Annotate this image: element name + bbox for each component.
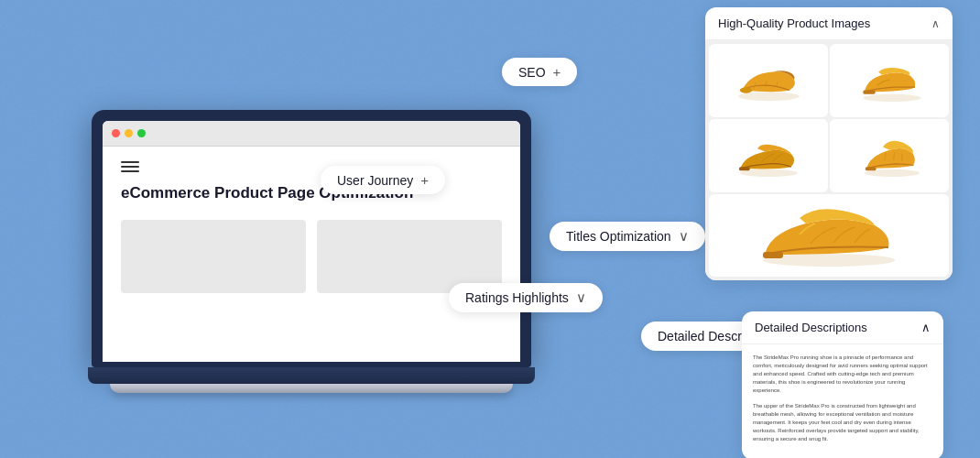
desc-card-title: Detailed Descriptions bbox=[755, 321, 867, 334]
hamburger-icon[interactable] bbox=[121, 161, 139, 172]
ratings-chevron-down-icon bbox=[576, 289, 586, 306]
product-card-title: High-Quality Product Images bbox=[718, 16, 870, 30]
browser-window: eCommerce Product Page Optimization bbox=[103, 121, 520, 362]
desc-card-chevron-up-icon[interactable] bbox=[921, 321, 931, 334]
window-maximize-dot[interactable] bbox=[137, 129, 146, 137]
hamburger-line-3 bbox=[121, 170, 139, 172]
product-images-card: High-Quality Product Images bbox=[705, 7, 953, 280]
laptop-foot bbox=[110, 384, 513, 393]
hamburger-line-2 bbox=[121, 166, 139, 168]
desc-text-block: The StrideMax Pro running shoe is a pinn… bbox=[742, 344, 943, 458]
content-placeholders bbox=[121, 220, 502, 293]
svg-rect-3 bbox=[863, 90, 875, 93]
laptop-screen: eCommerce Product Page Optimization bbox=[92, 110, 531, 367]
seo-label: SEO bbox=[518, 65, 546, 80]
shoe-grid bbox=[705, 40, 953, 280]
titles-label: Titles Optimization bbox=[566, 229, 671, 244]
shoe-image-5 bbox=[709, 194, 949, 277]
shoe-image-1 bbox=[709, 44, 828, 117]
tag-seo[interactable]: SEO bbox=[502, 58, 577, 86]
seo-plus-icon bbox=[553, 64, 561, 80]
shoe-image-3 bbox=[709, 119, 828, 192]
window-close-dot[interactable] bbox=[112, 129, 120, 137]
desc-card-header: Detailed Descriptions bbox=[742, 311, 943, 344]
tag-ratings-highlights[interactable]: Ratings Highlights bbox=[449, 283, 603, 312]
shoe-image-2 bbox=[830, 44, 949, 117]
desc-paragraph-2: The upper of the StrideMax Pro is constr… bbox=[753, 402, 932, 443]
product-card-chevron-up-icon[interactable] bbox=[931, 17, 940, 30]
detailed-descriptions-card: Detailed Descriptions The StrideMax Pro … bbox=[742, 311, 943, 458]
placeholder-1 bbox=[121, 220, 306, 293]
window-minimize-dot[interactable] bbox=[125, 129, 133, 137]
browser-bar bbox=[103, 121, 520, 147]
user-journey-plus-icon bbox=[420, 172, 429, 188]
hamburger-line-1 bbox=[121, 161, 139, 163]
product-card-header: High-Quality Product Images bbox=[705, 7, 953, 40]
scene: eCommerce Product Page Optimization User… bbox=[0, 0, 980, 458]
svg-point-2 bbox=[863, 93, 920, 101]
browser-content: eCommerce Product Page Optimization bbox=[103, 147, 520, 362]
user-journey-label: User Journey bbox=[337, 173, 413, 188]
tag-user-journey[interactable]: User Journey bbox=[321, 166, 445, 194]
titles-chevron-down-icon bbox=[679, 228, 689, 245]
tag-titles-optimization[interactable]: Titles Optimization bbox=[550, 222, 705, 251]
ratings-label: Ratings Highlights bbox=[465, 290, 569, 305]
svg-rect-7 bbox=[865, 167, 876, 170]
desc-paragraph-1: The StrideMax Pro running shoe is a pinn… bbox=[753, 354, 932, 395]
svg-point-1 bbox=[739, 87, 751, 93]
svg-rect-9 bbox=[763, 252, 783, 258]
svg-rect-5 bbox=[739, 167, 750, 170]
laptop: eCommerce Product Page Optimization bbox=[92, 110, 531, 393]
shoe-image-4 bbox=[830, 119, 949, 192]
page-title: eCommerce Product Page Optimization bbox=[121, 183, 502, 203]
laptop-base bbox=[88, 367, 535, 384]
